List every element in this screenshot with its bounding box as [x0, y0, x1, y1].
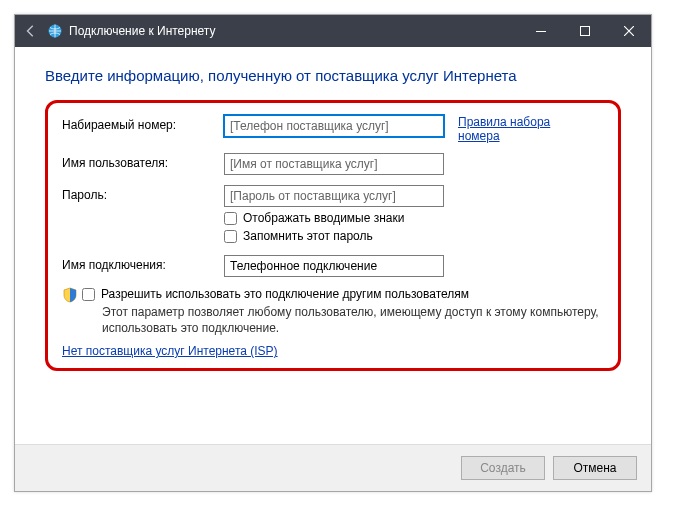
password-input[interactable]	[224, 185, 444, 207]
create-button[interactable]: Создать	[461, 456, 545, 480]
remember-label: Запомнить этот пароль	[243, 229, 373, 243]
svg-rect-2	[581, 27, 590, 36]
connection-name-input[interactable]	[224, 255, 444, 277]
dialog-body: Введите информацию, полученную от постав…	[15, 47, 651, 444]
highlight-region: Набираемый номер: Правила набора номера …	[45, 100, 621, 371]
close-icon	[624, 26, 634, 36]
allow-others-label: Разрешить использовать это подключение д…	[101, 287, 469, 301]
dialog-window: Подключение к Интернету Введите информац…	[14, 14, 652, 492]
globe-icon	[47, 23, 63, 39]
allow-others-row[interactable]: Разрешить использовать это подключение д…	[82, 287, 604, 301]
title-bar: Подключение к Интернету	[15, 15, 651, 47]
maximize-button[interactable]	[563, 15, 607, 47]
maximize-icon	[580, 26, 590, 36]
back-arrow-icon	[24, 24, 38, 38]
show-chars-checkbox[interactable]	[224, 212, 237, 225]
minimize-icon	[536, 26, 546, 36]
show-chars-row[interactable]: Отображать вводимые знаки	[224, 211, 444, 225]
close-button[interactable]	[607, 15, 651, 47]
dial-rules-link[interactable]: Правила набора номера	[458, 115, 578, 143]
no-isp-link[interactable]: Нет поставщика услуг Интернета (ISP)	[62, 344, 278, 358]
show-chars-label: Отображать вводимые знаки	[243, 211, 404, 225]
username-label: Имя пользователя:	[62, 153, 224, 170]
password-label: Пароль:	[62, 185, 224, 202]
allow-others-checkbox[interactable]	[82, 288, 95, 301]
dial-number-label: Набираемый номер:	[62, 115, 224, 132]
dial-number-input[interactable]	[224, 115, 444, 137]
page-heading: Введите информацию, полученную от постав…	[45, 67, 621, 84]
back-button[interactable]	[15, 24, 47, 38]
allow-others-description: Этот параметр позволяет любому пользоват…	[102, 304, 604, 336]
svg-rect-1	[536, 31, 546, 32]
remember-checkbox[interactable]	[224, 230, 237, 243]
username-input[interactable]	[224, 153, 444, 175]
shield-icon	[62, 287, 78, 303]
connection-name-label: Имя подключения:	[62, 255, 224, 272]
window-title: Подключение к Интернету	[69, 24, 519, 38]
remember-row[interactable]: Запомнить этот пароль	[224, 229, 444, 243]
cancel-button[interactable]: Отмена	[553, 456, 637, 480]
minimize-button[interactable]	[519, 15, 563, 47]
dialog-footer: Создать Отмена	[15, 444, 651, 491]
